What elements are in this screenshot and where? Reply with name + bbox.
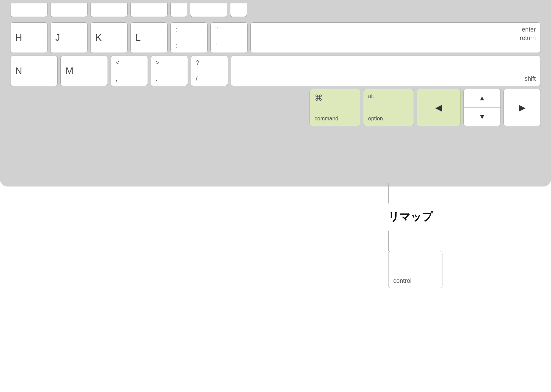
key-spacer: [10, 89, 307, 126]
key-right-arrow[interactable]: ▶: [504, 89, 541, 126]
key-partial-6[interactable]: [190, 3, 227, 17]
key-slash-bottom: /: [196, 75, 197, 82]
key-m[interactable]: M: [60, 56, 108, 86]
key-period-bottom: .: [156, 75, 157, 82]
key-h[interactable]: H: [10, 22, 48, 53]
key-n[interactable]: N: [10, 56, 58, 86]
key-j[interactable]: J: [50, 22, 88, 53]
key-period-top: >: [156, 59, 159, 67]
remap-label: リマップ: [388, 210, 433, 224]
annotation-area: リマップ control: [388, 183, 442, 288]
key-quote-top: ": [215, 26, 217, 34]
key-partial-1[interactable]: [10, 3, 48, 17]
row-hjkl: H J K L : ; " ' enter return: [10, 22, 541, 53]
key-left-arrow[interactable]: ◀: [417, 89, 461, 126]
control-key-label: control: [393, 277, 437, 285]
key-l[interactable]: L: [130, 22, 168, 53]
key-colon-top: :: [175, 26, 177, 34]
key-partial-4[interactable]: [130, 3, 168, 17]
key-shift-label: shift: [525, 75, 536, 82]
key-enter[interactable]: enter return: [250, 22, 541, 53]
right-arrow-symbol: ▶: [519, 102, 526, 113]
enter-line2: return: [520, 35, 536, 42]
key-partial-8: [250, 3, 541, 13]
key-k-label: K: [95, 32, 102, 43]
key-slash-top: ?: [196, 59, 199, 67]
key-m-label: M: [65, 65, 73, 76]
enter-text: enter return: [255, 26, 536, 42]
key-down[interactable]: ▼: [464, 108, 500, 126]
row-nm: N M < , > . ? / shift: [10, 56, 541, 86]
key-j-label: J: [55, 32, 60, 43]
key-partial-7[interactable]: [230, 3, 247, 17]
left-arrow-symbol: ◀: [435, 102, 442, 113]
alt-bottom-label: option: [368, 116, 409, 122]
key-shift[interactable]: shift: [231, 56, 541, 86]
keyboard: H J K L : ; " ' enter return: [0, 0, 551, 187]
alt-top-label: alt: [368, 93, 409, 99]
top-row-partial: [10, 3, 541, 17]
key-n-label: N: [15, 65, 22, 76]
key-alt-option[interactable]: alt option: [363, 89, 414, 126]
key-partial-5[interactable]: [170, 3, 187, 17]
command-label: command: [315, 116, 355, 122]
key-period[interactable]: > .: [151, 56, 188, 86]
key-up-down[interactable]: ▲ ▼: [463, 89, 501, 126]
key-colon-bottom: ;: [175, 42, 177, 49]
row-modifiers: ⌘ command alt option ◀ ▲ ▼ ▶: [10, 89, 541, 126]
enter-line1: enter: [522, 26, 536, 33]
key-comma-bottom: ,: [116, 75, 117, 82]
key-h-label: H: [15, 32, 22, 43]
key-k[interactable]: K: [90, 22, 128, 53]
key-l-label: L: [135, 32, 141, 43]
command-symbol: ⌘: [315, 93, 355, 103]
key-partial-3[interactable]: [90, 3, 128, 17]
key-comma-top: <: [116, 59, 119, 67]
key-partial-2[interactable]: [50, 3, 88, 17]
connector-line-bottom: [388, 231, 389, 251]
key-quote-bottom: ': [215, 42, 216, 49]
key-slash[interactable]: ? /: [191, 56, 228, 86]
connector-line-top: [388, 183, 389, 203]
key-quote[interactable]: " ': [210, 22, 248, 53]
key-control[interactable]: control: [388, 251, 442, 288]
key-colon[interactable]: : ;: [170, 22, 208, 53]
key-comma[interactable]: < ,: [111, 56, 148, 86]
key-up[interactable]: ▲: [464, 89, 500, 108]
key-command[interactable]: ⌘ command: [309, 89, 360, 126]
